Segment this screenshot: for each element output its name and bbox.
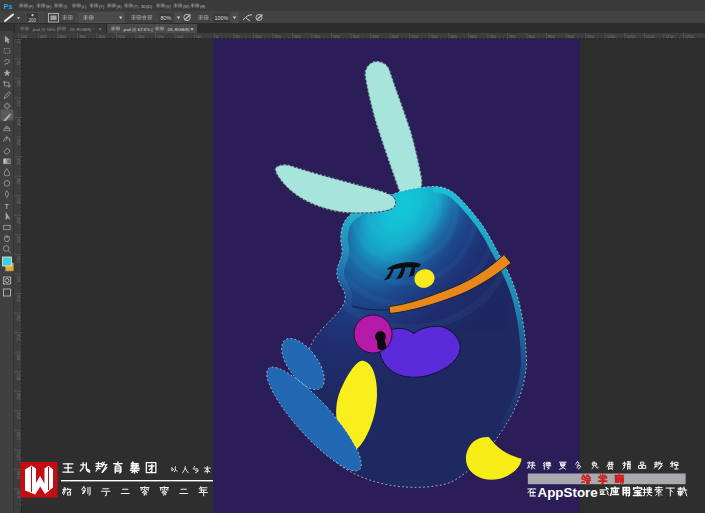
svg-text:750: 750 bbox=[16, 333, 21, 340]
svg-text:600: 600 bbox=[16, 275, 21, 282]
svg-text:50: 50 bbox=[16, 60, 21, 65]
svg-text:900: 900 bbox=[16, 392, 21, 399]
svg-text:100%: 100% bbox=[215, 15, 229, 21]
svg-text:3D(D): 3D(D) bbox=[141, 4, 153, 9]
svg-text:300: 300 bbox=[16, 157, 21, 164]
svg-text:200: 200 bbox=[16, 118, 21, 125]
svg-text:1100: 1100 bbox=[646, 34, 655, 39]
svg-text:100: 100 bbox=[16, 79, 21, 86]
svg-text:(W): (W) bbox=[183, 5, 190, 9]
svg-text:250: 250 bbox=[16, 138, 21, 145]
svg-text:×: × bbox=[191, 26, 194, 32]
svg-text:950: 950 bbox=[16, 411, 21, 418]
svg-text::: : bbox=[76, 16, 77, 22]
svg-text:80%: 80% bbox=[161, 15, 172, 21]
svg-text:800: 800 bbox=[16, 353, 21, 360]
svg-text:(F): (F) bbox=[29, 5, 35, 9]
svg-text:650: 650 bbox=[16, 294, 21, 301]
svg-text:0: 0 bbox=[16, 40, 21, 43]
svg-text:1150: 1150 bbox=[665, 34, 674, 39]
svg-text:(V): (V) bbox=[166, 5, 172, 9]
svg-text:(H): (H) bbox=[200, 5, 206, 9]
svg-text:550: 550 bbox=[16, 255, 21, 262]
svg-text::: : bbox=[211, 16, 212, 22]
svg-text:400: 400 bbox=[16, 196, 21, 203]
svg-text:×: × bbox=[99, 26, 102, 32]
svg-text:(T): (T) bbox=[134, 5, 140, 9]
svg-text:200: 200 bbox=[29, 18, 37, 23]
svg-text:450: 450 bbox=[16, 216, 21, 223]
svg-text:.psd @ 56% (: .psd @ 56% ( bbox=[32, 27, 59, 32]
svg-text:(Y): (Y) bbox=[99, 5, 105, 9]
svg-text:28, RGB/8) *: 28, RGB/8) * bbox=[168, 27, 193, 32]
svg-text:28, RGB/8) *: 28, RGB/8) * bbox=[70, 27, 95, 32]
svg-text:(S): (S) bbox=[117, 5, 123, 9]
svg-text:1200: 1200 bbox=[685, 34, 695, 39]
svg-text:(E): (E) bbox=[46, 5, 52, 9]
svg-text:.psd @ 67.6% (: .psd @ 67.6% ( bbox=[123, 27, 154, 32]
svg-text:(L): (L) bbox=[82, 5, 87, 9]
svg-text::: : bbox=[156, 16, 157, 22]
svg-text:AppStore: AppStore bbox=[538, 485, 598, 500]
svg-text:350: 350 bbox=[16, 177, 21, 184]
svg-text:Ps: Ps bbox=[4, 2, 13, 11]
svg-text:(I): (I) bbox=[64, 5, 68, 9]
svg-text:500: 500 bbox=[16, 236, 21, 243]
svg-text:1000: 1000 bbox=[607, 34, 617, 39]
svg-text:850: 850 bbox=[16, 372, 21, 379]
svg-text:150: 150 bbox=[16, 99, 21, 106]
svg-text:T: T bbox=[5, 202, 10, 211]
svg-text:700: 700 bbox=[16, 314, 21, 321]
svg-text:1000: 1000 bbox=[16, 431, 21, 441]
svg-text:1050: 1050 bbox=[626, 34, 636, 39]
